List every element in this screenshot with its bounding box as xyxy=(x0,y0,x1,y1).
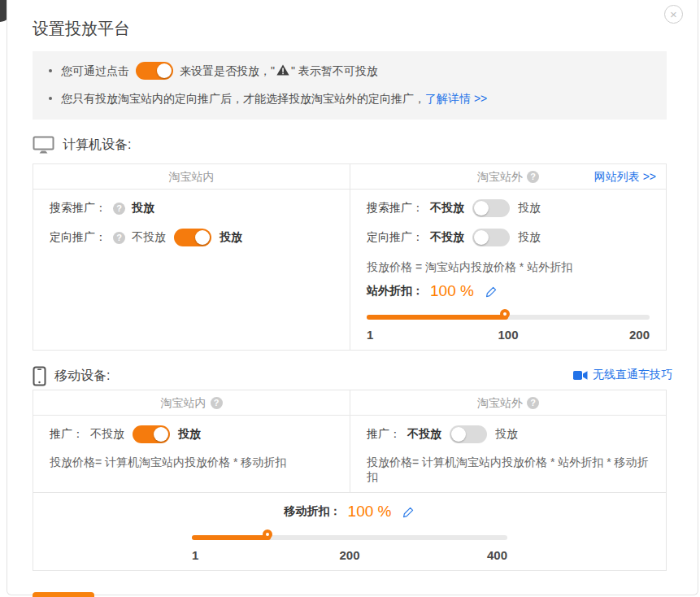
slider-handle[interactable] xyxy=(500,309,510,319)
mobile-discount-section: 移动折扣： 100 % 1 200 xyxy=(33,492,666,570)
promo-row: 推广： 不投放 投放 xyxy=(50,425,333,443)
notice-item-toggle-hint: 您可通过点击 来设置是否投放，" " 表示暂不可投放 xyxy=(49,62,650,80)
mobile-offsite-toggle[interactable] xyxy=(450,425,487,443)
promo-row: 推广： 不投放 投放 xyxy=(367,425,650,443)
computer-offsite-header: 淘宝站外? 网站列表 >> xyxy=(350,164,666,189)
section-title: 计算机设备: xyxy=(63,137,131,154)
placement-settings-dialog: × 设置投放平台 您可通过点击 来设置是否投放，" " 表示暂不可投放 您只有投… xyxy=(7,0,698,595)
on-state-label: 投放 xyxy=(518,230,541,245)
help-icon[interactable]: ? xyxy=(527,397,539,409)
close-icon[interactable]: × xyxy=(664,5,683,24)
offsite-discount-line: 站外折扣： 100 % xyxy=(367,281,650,302)
mobile-onsite-price-formula: 投放价格= 计算机淘宝站内投放价格 * 移动折扣 xyxy=(50,455,333,469)
search-promo-row: 搜索推广： ? 投放 xyxy=(50,199,333,217)
warning-icon xyxy=(276,63,289,81)
off-state-label: 不投放 xyxy=(90,427,124,442)
scale-max: 400 xyxy=(487,549,507,562)
row-label: 搜索推广： xyxy=(367,201,424,216)
save-settings-button[interactable]: 保存设置 xyxy=(33,592,94,597)
mobile-onsite-header: 淘宝站内? xyxy=(33,390,350,415)
targeted-offsite-toggle[interactable] xyxy=(472,229,510,246)
off-state-label: 不投放 xyxy=(132,230,166,245)
on-state-label: 投放 xyxy=(178,427,201,442)
notice-item-targeting-rule: 您只有投放淘宝站内的定向推广后，才能选择投放淘宝站外的定向推广， 了解详情 >> xyxy=(49,89,650,107)
notice-box: 您可通过点击 来设置是否投放，" " 表示暂不可投放 您只有投放淘宝站内的定向推… xyxy=(33,51,667,120)
help-icon[interactable]: ? xyxy=(211,397,223,409)
column-title: 淘宝站内 xyxy=(169,170,215,183)
offsite-discount-slider[interactable] xyxy=(367,310,650,325)
computer-onsite-cell: 搜索推广： ? 投放 定向推广： ? 不投放 投放 xyxy=(33,190,350,350)
notice-text: 您可通过点击 xyxy=(61,62,129,80)
mobile-onsite-cell: 推广： 不投放 投放 投放价格= 计算机淘宝站内投放价格 * 移动折扣 xyxy=(33,416,350,492)
slider-scale: 1 100 200 xyxy=(367,329,650,342)
help-icon[interactable]: ? xyxy=(113,203,125,215)
offsite-price-formula: 投放价格 = 淘宝站内投放价格 * 站外折扣 xyxy=(367,259,650,274)
slider-fill xyxy=(367,315,508,320)
status-text: 投放 xyxy=(132,201,154,216)
mobile-onsite-toggle[interactable] xyxy=(133,425,170,443)
example-toggle-icon xyxy=(136,62,173,80)
mobile-offsite-cell: 推广： 不投放 投放 投放价格= 计算机淘宝站内投放价格 * 站外折扣 * 移动… xyxy=(350,416,666,492)
mobile-platform-table: 淘宝站内? 淘宝站外? 推广： 不投放 投放 投放价格= 计算机淘宝站内投放价格… xyxy=(33,390,667,571)
notice-text: 您只有投放淘宝站内的定向推广后，才能选择投放淘宝站外的定向推广， xyxy=(61,89,425,107)
slider-track[interactable] xyxy=(192,535,507,540)
search-offsite-toggle[interactable] xyxy=(472,199,510,217)
search-promo-row: 搜索推广： 不投放 投放 xyxy=(367,199,650,217)
discount-label: 站外折扣： xyxy=(367,284,424,298)
scale-mid: 100 xyxy=(498,329,518,342)
page-title: 设置投放平台 xyxy=(33,18,672,40)
slider-scale: 1 200 400 xyxy=(192,549,507,562)
mobile-offsite-header: 淘宝站外? xyxy=(350,390,666,415)
off-state-label: 不投放 xyxy=(430,201,464,216)
computer-platform-table: 淘宝站内 淘宝站外? 网站列表 >> 搜索推广： ? 投放 定向推广： xyxy=(33,163,667,351)
edit-pencil-icon[interactable] xyxy=(402,506,415,518)
link-text: 无线直通车技巧 xyxy=(593,368,672,382)
mobile-discount-slider[interactable] xyxy=(192,530,507,545)
discount-value: 100 % xyxy=(348,503,392,521)
notice-text: 来设置是否投放，" xyxy=(180,62,275,80)
help-icon[interactable]: ? xyxy=(527,171,539,183)
targeted-onsite-toggle[interactable] xyxy=(174,229,211,246)
computer-onsite-header: 淘宝站内 xyxy=(33,164,350,189)
phone-icon xyxy=(33,366,46,386)
scale-mid: 200 xyxy=(339,549,359,562)
notice-text: " 表示暂不可投放 xyxy=(291,62,378,80)
page: × 设置投放平台 您可通过点击 来设置是否投放，" " 表示暂不可投放 您只有投… xyxy=(0,0,700,597)
row-label: 推广： xyxy=(367,427,401,442)
column-title: 淘宝站外 xyxy=(477,170,523,183)
slider-handle[interactable] xyxy=(263,529,272,539)
on-state-label: 投放 xyxy=(495,427,518,442)
section-title: 移动设备: xyxy=(54,368,110,385)
wireless-tips-link[interactable]: 无线直通车技巧 xyxy=(573,368,672,382)
computer-offsite-cell: 搜索推广： 不投放 投放 定向推广： 不投放 投放 投放价格 = 淘宝站内投放价… xyxy=(350,190,666,350)
column-title: 淘宝站外 xyxy=(477,396,523,409)
on-state-label: 投放 xyxy=(518,201,541,216)
row-label: 定向推广： xyxy=(50,230,107,245)
learn-more-link[interactable]: 了解详情 >> xyxy=(425,89,487,107)
column-title: 淘宝站内 xyxy=(161,396,207,409)
off-state-label: 不投放 xyxy=(430,230,464,245)
on-state-label: 投放 xyxy=(220,230,242,245)
mobile-discount-line: 移动折扣： 100 % xyxy=(33,501,666,522)
row-label: 推广： xyxy=(50,427,84,442)
bullet-icon xyxy=(49,97,52,100)
scale-max: 200 xyxy=(629,329,650,342)
targeted-promo-row: 定向推广： ? 不投放 投放 xyxy=(50,229,333,246)
bullet-icon xyxy=(49,69,52,72)
off-state-label: 不投放 xyxy=(407,427,441,442)
discount-label: 移动折扣： xyxy=(285,504,341,519)
computer-section-header: 计算机设备: xyxy=(33,134,672,155)
help-icon[interactable]: ? xyxy=(113,232,125,244)
scale-min: 1 xyxy=(367,329,373,342)
website-list-link[interactable]: 网站列表 >> xyxy=(594,164,656,189)
mobile-section-header: 移动设备: 无线直通车技巧 xyxy=(33,365,672,386)
discount-value: 100 % xyxy=(430,282,474,300)
monitor-icon xyxy=(33,136,54,155)
video-camera-icon xyxy=(573,370,588,381)
scale-min: 1 xyxy=(192,549,198,562)
edit-pencil-icon[interactable] xyxy=(485,285,498,298)
row-label: 搜索推广： xyxy=(50,201,107,216)
slider-fill xyxy=(192,535,271,540)
row-label: 定向推广： xyxy=(367,230,424,245)
mobile-offsite-price-formula: 投放价格= 计算机淘宝站内投放价格 * 站外折扣 * 移动折扣 xyxy=(367,455,650,484)
